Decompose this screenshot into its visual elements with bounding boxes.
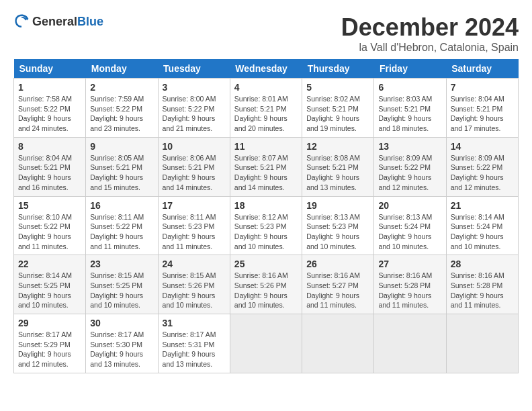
day-number: 18 [234, 200, 298, 211]
calendar-cell: 20Sunrise: 8:13 AMSunset: 5:24 PMDayligh… [374, 196, 446, 255]
day-info: Sunrise: 7:58 AMSunset: 5:22 PMDaylight:… [18, 94, 81, 134]
day-info: Sunrise: 8:07 AMSunset: 5:21 PMDaylight:… [234, 153, 298, 193]
calendar-cell: 9Sunrise: 8:05 AMSunset: 5:21 PMDaylight… [86, 137, 158, 196]
day-info: Sunrise: 8:00 AMSunset: 5:22 PMDaylight:… [163, 94, 226, 134]
weekday-header-monday: Monday [86, 59, 158, 79]
calendar-cell: 18Sunrise: 8:12 AMSunset: 5:23 PMDayligh… [230, 196, 302, 255]
day-info: Sunrise: 8:13 AMSunset: 5:23 PMDaylight:… [306, 212, 369, 252]
day-number: 26 [306, 259, 369, 269]
weekday-header-friday: Friday [374, 59, 446, 79]
calendar-cell: 15Sunrise: 8:10 AMSunset: 5:22 PMDayligh… [14, 196, 86, 255]
day-info: Sunrise: 7:59 AMSunset: 5:22 PMDaylight:… [90, 94, 153, 134]
header: GeneralBlue December 2024 la Vall d'Hebr… [13, 13, 519, 54]
calendar-cell: 16Sunrise: 8:11 AMSunset: 5:22 PMDayligh… [86, 196, 158, 255]
day-info: Sunrise: 8:10 AMSunset: 5:22 PMDaylight:… [18, 212, 81, 252]
calendar-cell: 3Sunrise: 8:00 AMSunset: 5:22 PMDaylight… [158, 79, 230, 138]
day-info: Sunrise: 8:03 AMSunset: 5:21 PMDaylight:… [378, 94, 441, 134]
calendar-cell: 22Sunrise: 8:14 AMSunset: 5:25 PMDayligh… [14, 255, 86, 314]
day-number: 20 [378, 200, 441, 211]
weekday-header-saturday: Saturday [446, 59, 518, 79]
day-info: Sunrise: 8:01 AMSunset: 5:21 PMDaylight:… [234, 94, 298, 134]
calendar-table: SundayMondayTuesdayWednesdayThursdayFrid… [13, 59, 519, 373]
day-info: Sunrise: 8:09 AMSunset: 5:22 PMDaylight:… [378, 153, 441, 193]
day-number: 5 [306, 82, 369, 93]
day-info: Sunrise: 8:04 AMSunset: 5:21 PMDaylight:… [18, 153, 81, 193]
month-title: December 2024 [341, 13, 519, 42]
calendar-cell: 13Sunrise: 8:09 AMSunset: 5:22 PMDayligh… [374, 137, 446, 196]
day-info: Sunrise: 8:16 AMSunset: 5:26 PMDaylight:… [234, 271, 298, 310]
day-info: Sunrise: 8:04 AMSunset: 5:21 PMDaylight:… [451, 94, 514, 134]
day-number: 23 [90, 259, 153, 269]
day-number: 2 [90, 82, 153, 93]
day-info: Sunrise: 8:08 AMSunset: 5:21 PMDaylight:… [306, 153, 369, 193]
day-number: 29 [18, 318, 81, 328]
day-number: 15 [18, 200, 81, 211]
day-number: 21 [451, 200, 514, 211]
calendar-cell: 12Sunrise: 8:08 AMSunset: 5:21 PMDayligh… [302, 137, 374, 196]
day-number: 25 [234, 259, 298, 269]
day-number: 4 [234, 82, 298, 93]
day-info: Sunrise: 8:17 AMSunset: 5:29 PMDaylight:… [18, 330, 81, 369]
day-number: 1 [18, 82, 81, 93]
calendar-cell: 31Sunrise: 8:17 AMSunset: 5:31 PMDayligh… [158, 314, 230, 373]
calendar-week-row-4: 22Sunrise: 8:14 AMSunset: 5:25 PMDayligh… [14, 255, 519, 314]
calendar-cell: 6Sunrise: 8:03 AMSunset: 5:21 PMDaylight… [374, 79, 446, 138]
day-number: 9 [90, 141, 153, 152]
calendar-week-row-5: 29Sunrise: 8:17 AMSunset: 5:29 PMDayligh… [14, 314, 519, 373]
calendar-cell: 4Sunrise: 8:01 AMSunset: 5:21 PMDaylight… [230, 79, 302, 138]
calendar-cell: 11Sunrise: 8:07 AMSunset: 5:21 PMDayligh… [230, 137, 302, 196]
day-number: 13 [378, 141, 441, 152]
day-info: Sunrise: 8:11 AMSunset: 5:22 PMDaylight:… [90, 212, 153, 252]
day-number: 30 [90, 318, 153, 328]
calendar-cell [302, 314, 374, 373]
calendar-cell: 19Sunrise: 8:13 AMSunset: 5:23 PMDayligh… [302, 196, 374, 255]
weekday-header-wednesday: Wednesday [230, 59, 302, 79]
day-info: Sunrise: 8:16 AMSunset: 5:27 PMDaylight:… [306, 271, 369, 310]
day-info: Sunrise: 8:15 AMSunset: 5:25 PMDaylight:… [90, 271, 153, 310]
location-subtitle: la Vall d'Hebron, Catalonia, Spain [341, 42, 519, 54]
day-info: Sunrise: 8:17 AMSunset: 5:31 PMDaylight:… [163, 330, 226, 369]
day-number: 19 [306, 200, 369, 211]
day-info: Sunrise: 8:13 AMSunset: 5:24 PMDaylight:… [378, 212, 441, 252]
day-number: 10 [163, 141, 226, 152]
day-info: Sunrise: 8:12 AMSunset: 5:23 PMDaylight:… [234, 212, 298, 252]
calendar-cell: 5Sunrise: 8:02 AMSunset: 5:21 PMDaylight… [302, 79, 374, 138]
calendar-cell [230, 314, 302, 373]
logo-icon [13, 13, 30, 30]
calendar-cell: 7Sunrise: 8:04 AMSunset: 5:21 PMDaylight… [446, 79, 518, 138]
day-info: Sunrise: 8:02 AMSunset: 5:21 PMDaylight:… [306, 94, 369, 134]
calendar-cell: 30Sunrise: 8:17 AMSunset: 5:30 PMDayligh… [86, 314, 158, 373]
day-number: 6 [378, 82, 441, 93]
calendar-cell: 26Sunrise: 8:16 AMSunset: 5:27 PMDayligh… [302, 255, 374, 314]
day-number: 24 [163, 259, 226, 269]
day-info: Sunrise: 8:14 AMSunset: 5:24 PMDaylight:… [451, 212, 514, 252]
weekday-header-sunday: Sunday [14, 59, 86, 79]
calendar-cell: 28Sunrise: 8:16 AMSunset: 5:28 PMDayligh… [446, 255, 518, 314]
day-number: 14 [451, 141, 514, 152]
day-number: 12 [306, 141, 369, 152]
calendar-cell: 2Sunrise: 7:59 AMSunset: 5:22 PMDaylight… [86, 79, 158, 138]
logo: GeneralBlue [13, 13, 103, 30]
calendar-cell: 21Sunrise: 8:14 AMSunset: 5:24 PMDayligh… [446, 196, 518, 255]
day-info: Sunrise: 8:05 AMSunset: 5:21 PMDaylight:… [90, 153, 153, 193]
day-number: 3 [163, 82, 226, 93]
calendar-cell: 23Sunrise: 8:15 AMSunset: 5:25 PMDayligh… [86, 255, 158, 314]
weekday-header-row: SundayMondayTuesdayWednesdayThursdayFrid… [14, 59, 519, 79]
calendar-cell: 17Sunrise: 8:11 AMSunset: 5:23 PMDayligh… [158, 196, 230, 255]
day-number: 17 [163, 200, 226, 211]
weekday-header-tuesday: Tuesday [158, 59, 230, 79]
day-number: 7 [451, 82, 514, 93]
day-info: Sunrise: 8:09 AMSunset: 5:22 PMDaylight:… [451, 153, 514, 193]
day-info: Sunrise: 8:16 AMSunset: 5:28 PMDaylight:… [451, 271, 514, 310]
calendar-cell: 14Sunrise: 8:09 AMSunset: 5:22 PMDayligh… [446, 137, 518, 196]
calendar-week-row-1: 1Sunrise: 7:58 AMSunset: 5:22 PMDaylight… [14, 79, 519, 138]
day-info: Sunrise: 8:11 AMSunset: 5:23 PMDaylight:… [163, 212, 226, 252]
day-number: 27 [378, 259, 441, 269]
calendar-cell: 1Sunrise: 7:58 AMSunset: 5:22 PMDaylight… [14, 79, 86, 138]
day-info: Sunrise: 8:06 AMSunset: 5:21 PMDaylight:… [163, 153, 226, 193]
day-number: 16 [90, 200, 153, 211]
day-info: Sunrise: 8:16 AMSunset: 5:28 PMDaylight:… [378, 271, 441, 310]
calendar-cell: 24Sunrise: 8:15 AMSunset: 5:26 PMDayligh… [158, 255, 230, 314]
calendar-cell: 27Sunrise: 8:16 AMSunset: 5:28 PMDayligh… [374, 255, 446, 314]
day-info: Sunrise: 8:14 AMSunset: 5:25 PMDaylight:… [18, 271, 81, 310]
